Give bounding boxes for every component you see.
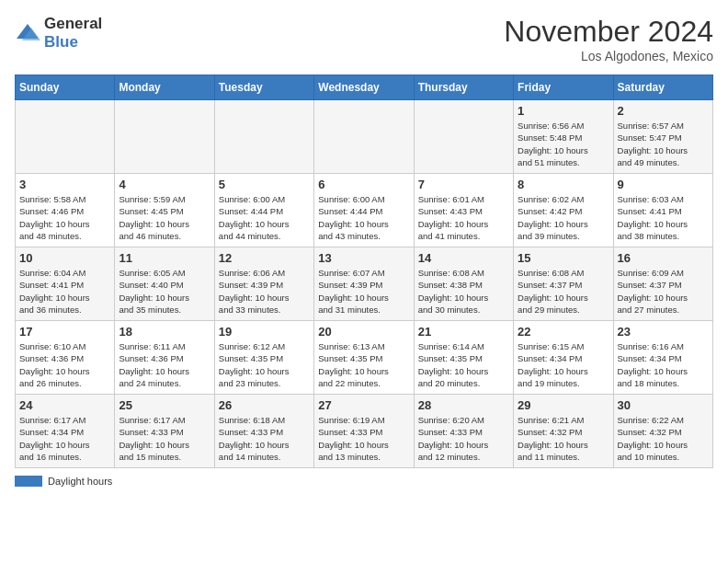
calendar-cell: 23Sunrise: 6:16 AM Sunset: 4:34 PM Dayli…: [613, 321, 712, 395]
day-info: Sunrise: 6:14 AM Sunset: 4:35 PM Dayligh…: [418, 340, 509, 389]
weekday-header: Saturday: [613, 75, 712, 100]
calendar-cell: 21Sunrise: 6:14 AM Sunset: 4:35 PM Dayli…: [414, 321, 513, 395]
logo-icon: [15, 20, 40, 46]
calendar-cell: 10Sunrise: 6:04 AM Sunset: 4:41 PM Dayli…: [16, 247, 115, 321]
weekday-header: Wednesday: [314, 75, 414, 100]
day-info: Sunrise: 6:05 AM Sunset: 4:40 PM Dayligh…: [119, 267, 210, 316]
day-info: Sunrise: 6:12 AM Sunset: 4:35 PM Dayligh…: [219, 340, 310, 389]
calendar-cell: 25Sunrise: 6:17 AM Sunset: 4:33 PM Dayli…: [115, 395, 214, 468]
day-number: 17: [19, 325, 110, 339]
day-info: Sunrise: 6:00 AM Sunset: 4:44 PM Dayligh…: [219, 193, 310, 242]
day-number: 23: [618, 325, 709, 339]
day-number: 11: [119, 251, 210, 265]
calendar-cell: 18Sunrise: 6:11 AM Sunset: 4:36 PM Dayli…: [115, 321, 214, 395]
day-number: 5: [219, 178, 310, 191]
day-number: 20: [318, 325, 409, 339]
day-info: Sunrise: 6:17 AM Sunset: 4:34 PM Dayligh…: [19, 414, 110, 463]
calendar-cell: 29Sunrise: 6:21 AM Sunset: 4:32 PM Dayli…: [514, 395, 613, 468]
day-info: Sunrise: 6:11 AM Sunset: 4:36 PM Dayligh…: [119, 340, 210, 389]
logo: General Blue: [15, 15, 102, 52]
day-info: Sunrise: 5:59 AM Sunset: 4:45 PM Dayligh…: [119, 193, 210, 242]
page-header: General Blue November 2024 Los Algodones…: [15, 15, 713, 63]
calendar-cell: 8Sunrise: 6:02 AM Sunset: 4:42 PM Daylig…: [514, 174, 613, 247]
day-info: Sunrise: 6:57 AM Sunset: 5:47 PM Dayligh…: [618, 120, 709, 168]
day-number: 4: [119, 178, 210, 191]
day-number: 30: [618, 398, 709, 412]
day-info: Sunrise: 6:07 AM Sunset: 4:39 PM Dayligh…: [318, 267, 409, 316]
calendar-cell: 12Sunrise: 6:06 AM Sunset: 4:39 PM Dayli…: [214, 247, 313, 321]
calendar-cell: 17Sunrise: 6:10 AM Sunset: 4:36 PM Dayli…: [16, 321, 115, 395]
month-title: November 2024: [504, 15, 713, 49]
weekday-header: Monday: [115, 75, 214, 100]
day-number: 21: [418, 325, 509, 339]
day-info: Sunrise: 6:06 AM Sunset: 4:39 PM Dayligh…: [219, 267, 310, 316]
calendar-cell: [414, 100, 513, 174]
day-number: 2: [618, 104, 709, 118]
calendar-cell: 22Sunrise: 6:15 AM Sunset: 4:34 PM Dayli…: [514, 321, 613, 395]
calendar-cell: [16, 100, 115, 174]
calendar-cell: 24Sunrise: 6:17 AM Sunset: 4:34 PM Dayli…: [16, 395, 115, 468]
calendar-cell: 9Sunrise: 6:03 AM Sunset: 4:41 PM Daylig…: [613, 174, 712, 247]
legend-label: Daylight hours: [48, 476, 112, 487]
day-info: Sunrise: 6:18 AM Sunset: 4:33 PM Dayligh…: [219, 414, 310, 463]
weekday-header: Friday: [514, 75, 613, 100]
day-number: 6: [318, 178, 409, 191]
day-info: Sunrise: 6:01 AM Sunset: 4:43 PM Dayligh…: [418, 193, 509, 242]
calendar-cell: 4Sunrise: 5:59 AM Sunset: 4:45 PM Daylig…: [115, 174, 214, 247]
day-number: 29: [518, 398, 609, 412]
day-info: Sunrise: 6:19 AM Sunset: 4:33 PM Dayligh…: [318, 414, 409, 463]
legend: Daylight hours: [15, 476, 713, 487]
calendar-header: SundayMondayTuesdayWednesdayThursdayFrid…: [16, 75, 713, 100]
day-number: 27: [318, 398, 409, 412]
day-number: 22: [518, 325, 609, 339]
day-info: Sunrise: 6:21 AM Sunset: 4:32 PM Dayligh…: [518, 414, 609, 463]
day-number: 8: [518, 178, 609, 191]
day-number: 3: [19, 178, 110, 191]
day-number: 7: [418, 178, 509, 191]
day-number: 25: [119, 398, 210, 412]
day-info: Sunrise: 6:03 AM Sunset: 4:41 PM Dayligh…: [618, 193, 709, 242]
day-number: 15: [518, 251, 609, 265]
day-info: Sunrise: 6:10 AM Sunset: 4:36 PM Dayligh…: [19, 340, 110, 389]
logo-general: General: [44, 15, 102, 32]
calendar-cell: 28Sunrise: 6:20 AM Sunset: 4:33 PM Dayli…: [414, 395, 513, 468]
day-info: Sunrise: 6:20 AM Sunset: 4:33 PM Dayligh…: [418, 414, 509, 463]
day-number: 18: [119, 325, 210, 339]
calendar-cell: 5Sunrise: 6:00 AM Sunset: 4:44 PM Daylig…: [214, 174, 313, 247]
day-info: Sunrise: 6:00 AM Sunset: 4:44 PM Dayligh…: [318, 193, 409, 242]
day-number: 16: [618, 251, 709, 265]
day-number: 13: [318, 251, 409, 265]
calendar-cell: 13Sunrise: 6:07 AM Sunset: 4:39 PM Dayli…: [314, 247, 414, 321]
calendar-cell: [314, 100, 414, 174]
day-number: 1: [518, 104, 609, 118]
calendar-cell: 6Sunrise: 6:00 AM Sunset: 4:44 PM Daylig…: [314, 174, 414, 247]
day-info: Sunrise: 6:56 AM Sunset: 5:48 PM Dayligh…: [518, 120, 609, 168]
day-number: 28: [418, 398, 509, 412]
calendar-cell: 11Sunrise: 6:05 AM Sunset: 4:40 PM Dayli…: [115, 247, 214, 321]
day-number: 9: [618, 178, 709, 191]
calendar-cell: 27Sunrise: 6:19 AM Sunset: 4:33 PM Dayli…: [314, 395, 414, 468]
day-info: Sunrise: 6:22 AM Sunset: 4:32 PM Dayligh…: [618, 414, 709, 463]
location: Los Algodones, Mexico: [504, 49, 713, 63]
day-info: Sunrise: 6:02 AM Sunset: 4:42 PM Dayligh…: [518, 193, 609, 242]
calendar-cell: 16Sunrise: 6:09 AM Sunset: 4:37 PM Dayli…: [613, 247, 712, 321]
day-info: Sunrise: 5:58 AM Sunset: 4:46 PM Dayligh…: [19, 193, 110, 242]
calendar-cell: 3Sunrise: 5:58 AM Sunset: 4:46 PM Daylig…: [16, 174, 115, 247]
day-number: 24: [19, 398, 110, 412]
calendar-table: SundayMondayTuesdayWednesdayThursdayFrid…: [15, 75, 713, 468]
day-number: 10: [19, 251, 110, 265]
day-number: 12: [219, 251, 310, 265]
day-number: 14: [418, 251, 509, 265]
weekday-header: Sunday: [16, 75, 115, 100]
calendar-cell: 15Sunrise: 6:08 AM Sunset: 4:37 PM Dayli…: [514, 247, 613, 321]
calendar-cell: 26Sunrise: 6:18 AM Sunset: 4:33 PM Dayli…: [214, 395, 313, 468]
calendar-cell: 14Sunrise: 6:08 AM Sunset: 4:38 PM Dayli…: [414, 247, 513, 321]
legend-color: [15, 476, 42, 487]
calendar-cell: [214, 100, 313, 174]
day-info: Sunrise: 6:16 AM Sunset: 4:34 PM Dayligh…: [618, 340, 709, 389]
day-info: Sunrise: 6:04 AM Sunset: 4:41 PM Dayligh…: [19, 267, 110, 316]
day-info: Sunrise: 6:17 AM Sunset: 4:33 PM Dayligh…: [119, 414, 210, 463]
calendar-cell: 19Sunrise: 6:12 AM Sunset: 4:35 PM Dayli…: [214, 321, 313, 395]
day-info: Sunrise: 6:09 AM Sunset: 4:37 PM Dayligh…: [618, 267, 709, 316]
calendar-cell: 2Sunrise: 6:57 AM Sunset: 5:47 PM Daylig…: [613, 100, 712, 174]
